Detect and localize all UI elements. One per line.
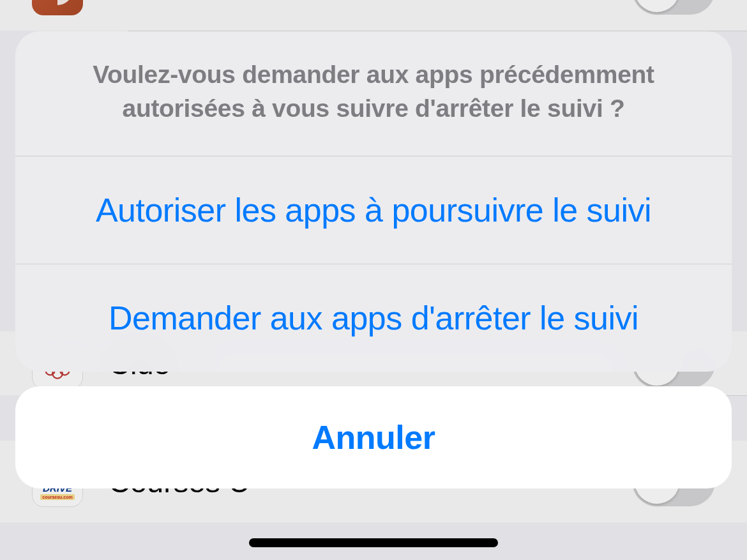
allow-tracking-button[interactable]: Autoriser les apps à poursuivre le suivi	[15, 156, 732, 264]
app-icon	[32, 0, 83, 15]
action-sheet-header: Voulez-vous demander aux apps précédemme…	[15, 31, 732, 156]
cancel-button[interactable]: Annuler	[15, 386, 732, 488]
toggle-switch[interactable]	[632, 0, 715, 15]
coursesu-sub-icon: coursesu.com	[40, 494, 74, 500]
action-sheet-main: Voulez-vous demander aux apps précédemme…	[15, 31, 732, 372]
home-indicator	[249, 538, 498, 547]
action-sheet-title: Voulez-vous demander aux apps précédemme…	[47, 58, 700, 125]
stop-tracking-button[interactable]: Demander aux apps d'arrêter le suivi	[15, 264, 732, 372]
app-row	[0, 0, 747, 31]
